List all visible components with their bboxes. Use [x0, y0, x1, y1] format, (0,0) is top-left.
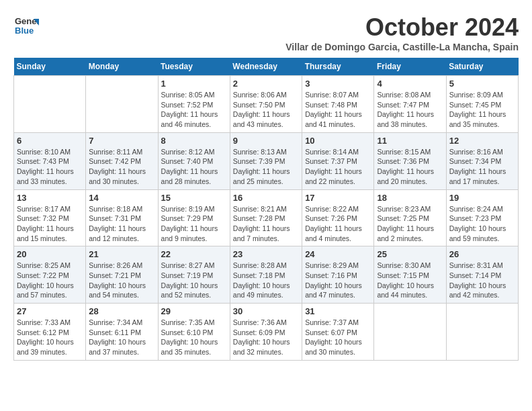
month-title: October 2024 [42, 13, 519, 42]
day-number: 21 [89, 249, 154, 259]
day-info: Sunrise: 8:16 AM Sunset: 7:34 PM Dayligh… [449, 147, 515, 187]
day-info: Sunrise: 8:24 AM Sunset: 7:23 PM Dayligh… [449, 204, 515, 244]
day-info: Sunrise: 7:33 AM Sunset: 6:12 PM Dayligh… [17, 318, 83, 357]
day-info: Sunrise: 8:05 AM Sunset: 7:52 PM Dayligh… [161, 90, 227, 130]
day-number: 7 [89, 136, 154, 146]
day-info: Sunrise: 8:09 AM Sunset: 7:45 PM Dayligh… [449, 90, 515, 130]
header-sunday: Sunday [14, 58, 86, 76]
day-number: 8 [161, 136, 227, 146]
header-thursday: Thursday [302, 58, 374, 76]
day-info: Sunrise: 8:25 AM Sunset: 7:22 PM Dayligh… [17, 261, 83, 300]
day-info: Sunrise: 8:21 AM Sunset: 7:28 PM Dayligh… [233, 204, 299, 244]
day-info: Sunrise: 8:08 AM Sunset: 7:47 PM Dayligh… [377, 90, 443, 130]
day-number: 13 [17, 193, 83, 203]
svg-text:Blue: Blue [15, 26, 34, 36]
table-row: 2Sunrise: 8:06 AM Sunset: 7:50 PM Daylig… [230, 76, 302, 133]
day-number: 10 [305, 136, 371, 146]
logo: General Blue [13, 13, 42, 42]
day-number: 27 [17, 306, 83, 316]
day-number: 12 [449, 136, 515, 146]
table-row: 26Sunrise: 8:31 AM Sunset: 7:14 PM Dayli… [446, 246, 518, 304]
day-number: 23 [233, 249, 299, 259]
svg-text:General: General [15, 16, 39, 26]
day-number: 11 [377, 136, 443, 146]
table-row: 31Sunrise: 7:37 AM Sunset: 6:07 PM Dayli… [302, 304, 374, 361]
table-row: 18Sunrise: 8:23 AM Sunset: 7:25 PM Dayli… [374, 189, 446, 246]
day-number: 29 [161, 306, 227, 316]
table-row: 12Sunrise: 8:16 AM Sunset: 7:34 PM Dayli… [446, 132, 518, 189]
day-number: 19 [449, 193, 515, 203]
header-wednesday: Wednesday [230, 58, 302, 76]
day-info: Sunrise: 7:37 AM Sunset: 6:07 PM Dayligh… [305, 318, 371, 357]
day-number: 18 [377, 193, 443, 203]
day-info: Sunrise: 8:26 AM Sunset: 7:21 PM Dayligh… [89, 261, 154, 300]
table-row: 24Sunrise: 8:29 AM Sunset: 7:16 PM Dayli… [302, 246, 374, 304]
day-number: 9 [233, 136, 299, 146]
day-number: 1 [161, 79, 227, 89]
table-row [374, 304, 446, 361]
table-row: 25Sunrise: 8:30 AM Sunset: 7:15 PM Dayli… [374, 246, 446, 304]
day-number: 26 [449, 249, 515, 259]
day-info: Sunrise: 8:17 AM Sunset: 7:32 PM Dayligh… [17, 204, 83, 244]
table-row: 6Sunrise: 8:10 AM Sunset: 7:43 PM Daylig… [14, 132, 86, 189]
day-number: 31 [305, 306, 371, 316]
table-row: 7Sunrise: 8:11 AM Sunset: 7:42 PM Daylig… [86, 132, 158, 189]
calendar-table: Sunday Monday Tuesday Wednesday Thursday… [13, 58, 519, 361]
day-info: Sunrise: 8:31 AM Sunset: 7:14 PM Dayligh… [449, 261, 515, 300]
day-info: Sunrise: 8:15 AM Sunset: 7:36 PM Dayligh… [377, 147, 443, 187]
day-info: Sunrise: 8:06 AM Sunset: 7:50 PM Dayligh… [233, 90, 299, 130]
table-row [86, 76, 158, 133]
day-number: 25 [377, 249, 443, 259]
header-tuesday: Tuesday [158, 58, 230, 76]
day-number: 6 [17, 136, 83, 146]
table-row: 21Sunrise: 8:26 AM Sunset: 7:21 PM Dayli… [86, 246, 158, 304]
table-row: 19Sunrise: 8:24 AM Sunset: 7:23 PM Dayli… [446, 189, 518, 246]
day-info: Sunrise: 7:36 AM Sunset: 6:09 PM Dayligh… [233, 318, 299, 357]
table-row: 27Sunrise: 7:33 AM Sunset: 6:12 PM Dayli… [14, 304, 86, 361]
day-number: 22 [161, 249, 227, 259]
table-row: 13Sunrise: 8:17 AM Sunset: 7:32 PM Dayli… [14, 189, 86, 246]
day-info: Sunrise: 7:35 AM Sunset: 6:10 PM Dayligh… [161, 318, 227, 357]
day-info: Sunrise: 8:18 AM Sunset: 7:31 PM Dayligh… [89, 204, 154, 244]
day-info: Sunrise: 8:13 AM Sunset: 7:39 PM Dayligh… [233, 147, 299, 187]
day-number: 20 [17, 249, 83, 259]
day-info: Sunrise: 8:07 AM Sunset: 7:48 PM Dayligh… [305, 90, 371, 130]
table-row [446, 304, 518, 361]
table-row: 28Sunrise: 7:34 AM Sunset: 6:11 PM Dayli… [86, 304, 158, 361]
table-row: 3Sunrise: 8:07 AM Sunset: 7:48 PM Daylig… [302, 76, 374, 133]
table-row: 1Sunrise: 8:05 AM Sunset: 7:52 PM Daylig… [158, 76, 230, 133]
day-info: Sunrise: 8:11 AM Sunset: 7:42 PM Dayligh… [89, 147, 154, 187]
table-row: 11Sunrise: 8:15 AM Sunset: 7:36 PM Dayli… [374, 132, 446, 189]
day-info: Sunrise: 8:27 AM Sunset: 7:19 PM Dayligh… [161, 261, 227, 300]
day-number: 28 [89, 306, 154, 316]
header-saturday: Saturday [446, 58, 518, 76]
day-number: 5 [449, 79, 515, 89]
table-row: 8Sunrise: 8:12 AM Sunset: 7:40 PM Daylig… [158, 132, 230, 189]
day-number: 24 [305, 249, 371, 259]
location-subtitle: Villar de Domingo Garcia, Castille-La Ma… [42, 42, 519, 52]
table-row: 16Sunrise: 8:21 AM Sunset: 7:28 PM Dayli… [230, 189, 302, 246]
day-info: Sunrise: 8:12 AM Sunset: 7:40 PM Dayligh… [161, 147, 227, 187]
day-number: 17 [305, 193, 371, 203]
day-info: Sunrise: 7:34 AM Sunset: 6:11 PM Dayligh… [89, 318, 154, 357]
day-info: Sunrise: 8:14 AM Sunset: 7:37 PM Dayligh… [305, 147, 371, 187]
day-number: 3 [305, 79, 371, 89]
table-row: 10Sunrise: 8:14 AM Sunset: 7:37 PM Dayli… [302, 132, 374, 189]
day-number: 2 [233, 79, 299, 89]
day-number: 4 [377, 79, 443, 89]
day-number: 16 [233, 193, 299, 203]
header-friday: Friday [374, 58, 446, 76]
table-row: 30Sunrise: 7:36 AM Sunset: 6:09 PM Dayli… [230, 304, 302, 361]
table-row: 20Sunrise: 8:25 AM Sunset: 7:22 PM Dayli… [14, 246, 86, 304]
day-info: Sunrise: 8:30 AM Sunset: 7:15 PM Dayligh… [377, 261, 443, 300]
table-row: 14Sunrise: 8:18 AM Sunset: 7:31 PM Dayli… [86, 189, 158, 246]
day-info: Sunrise: 8:19 AM Sunset: 7:29 PM Dayligh… [161, 204, 227, 244]
table-row [14, 76, 86, 133]
table-row: 4Sunrise: 8:08 AM Sunset: 7:47 PM Daylig… [374, 76, 446, 133]
table-row: 9Sunrise: 8:13 AM Sunset: 7:39 PM Daylig… [230, 132, 302, 189]
day-info: Sunrise: 8:22 AM Sunset: 7:26 PM Dayligh… [305, 204, 371, 244]
day-info: Sunrise: 8:10 AM Sunset: 7:43 PM Dayligh… [17, 147, 83, 187]
day-info: Sunrise: 8:23 AM Sunset: 7:25 PM Dayligh… [377, 204, 443, 244]
table-row: 22Sunrise: 8:27 AM Sunset: 7:19 PM Dayli… [158, 246, 230, 304]
table-row: 5Sunrise: 8:09 AM Sunset: 7:45 PM Daylig… [446, 76, 518, 133]
